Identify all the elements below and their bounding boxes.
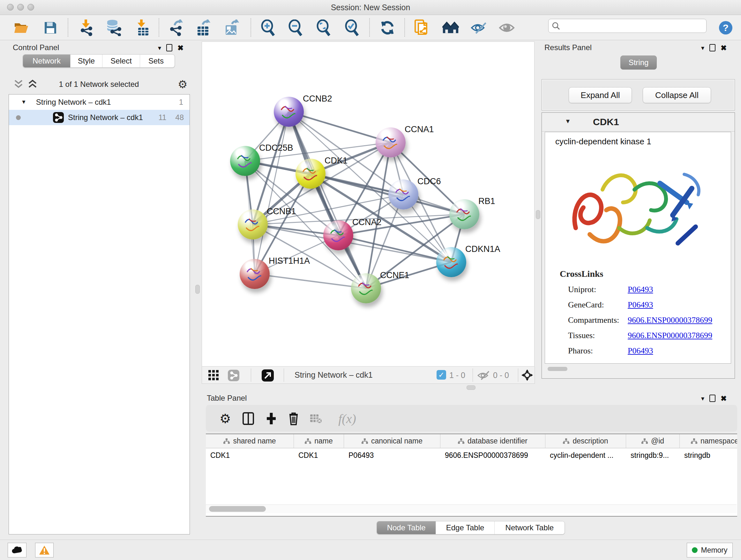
tab-style[interactable]: Style	[70, 55, 102, 67]
column-header-canonical-name[interactable]: canonical name	[344, 434, 441, 448]
network-collection-row[interactable]: ▼ String Network – cdk1 1	[9, 95, 190, 110]
table-cell[interactable]: CDK1	[294, 449, 344, 462]
network-options-gear-icon[interactable]: ⚙	[178, 78, 187, 91]
panel-close-button[interactable]: ✖	[721, 45, 727, 51]
column-header--id[interactable]: @id	[626, 434, 680, 448]
toggle-bird-view-button[interactable]	[498, 19, 515, 36]
network-row[interactable]: String Network – cdk1 11 48	[9, 110, 190, 125]
tab-string[interactable]: String	[620, 56, 657, 70]
warnings-button[interactable]	[35, 543, 54, 557]
entry-expander-icon[interactable]: ▼	[565, 118, 571, 125]
hidden-eye-slash-icon[interactable]	[477, 371, 490, 380]
node-label-hist1h1a: HIST1H1A	[269, 256, 310, 266]
network-node-cdc25b[interactable]	[230, 146, 260, 176]
network-node-rb1[interactable]	[449, 199, 479, 229]
table-options-gear-icon[interactable]: ⚙	[218, 411, 232, 426]
table-horizontal-scrollbar[interactable]	[206, 504, 737, 513]
table-cell[interactable]: CDK1	[206, 449, 294, 462]
results-horizontal-scrollbar[interactable]	[548, 367, 567, 371]
zoom-fit-content-button[interactable]	[315, 19, 332, 36]
protein-thumbnail-icon	[323, 220, 353, 250]
column-header-description[interactable]: description	[545, 434, 626, 448]
tab-node-table[interactable]: Node Table	[377, 521, 435, 534]
tab-select[interactable]: Select	[102, 55, 140, 67]
window-title: Session: New Session	[0, 3, 741, 12]
left-splitter-handle[interactable]	[195, 285, 200, 294]
network-node-ccna2[interactable]	[323, 220, 353, 250]
save-session-button[interactable]	[42, 19, 59, 36]
collection-network-count: 1	[179, 98, 183, 107]
table-cell[interactable]: cyclin-dependent ...	[545, 449, 626, 462]
cloud-status-button[interactable]	[8, 543, 26, 557]
panel-float-button[interactable]	[166, 44, 172, 51]
column-header-namespace[interactable]: namespace	[680, 434, 737, 448]
crosslink-link[interactable]: 9606.ENSP00000378699	[628, 315, 712, 325]
network-node-ccnb1[interactable]	[238, 209, 268, 240]
network-canvas[interactable]: CCNB2CCNA1CDC25BCDK1CDC6RB1CCNB1CCNA2CDK…	[202, 42, 535, 367]
column-header-shared-name[interactable]: shared name	[206, 434, 294, 448]
table-cell[interactable]: stringdb	[680, 449, 737, 462]
import-network-database-button[interactable]	[105, 19, 122, 36]
scrollbar-thumb[interactable]	[209, 506, 266, 512]
import-network-file-button[interactable]	[78, 19, 95, 36]
export-table-button[interactable]	[195, 19, 212, 36]
crosslink-link[interactable]: P06493	[628, 346, 653, 356]
right-splitter-handle[interactable]	[536, 210, 540, 219]
add-column-icon[interactable]	[264, 411, 279, 426]
column-header-name[interactable]: name	[294, 434, 344, 448]
tab-network-table[interactable]: Network Table	[494, 521, 564, 534]
tab-sets[interactable]: Sets	[140, 55, 172, 67]
crosslink-link[interactable]: 9606.ENSP00000378699	[628, 331, 712, 340]
panel-float-button[interactable]	[710, 395, 716, 402]
panel-menu-button[interactable]: ▾	[158, 45, 161, 51]
network-node-cdc6[interactable]	[388, 179, 418, 209]
panel-close-button[interactable]: ✖	[721, 395, 727, 401]
selected-count-checkbox-icon[interactable]: ✓	[436, 370, 446, 380]
table-cell[interactable]: stringdb:9...	[626, 449, 680, 462]
delete-table-icon[interactable]	[309, 411, 323, 426]
table-cell[interactable]: P06493	[344, 449, 441, 462]
bottom-splitter-handle[interactable]	[467, 385, 475, 390]
network-node-hist1h1a[interactable]	[240, 259, 270, 289]
show-columns-icon[interactable]	[241, 411, 256, 426]
copy-network-button[interactable]	[414, 19, 430, 36]
open-window-icon[interactable]	[261, 369, 274, 382]
network-share-icon[interactable]	[227, 369, 240, 381]
memory-button[interactable]: Memory	[687, 543, 733, 557]
entry-header[interactable]: ▼ CDK1	[542, 113, 735, 132]
export-image-button[interactable]	[223, 19, 240, 36]
crosshair-icon[interactable]	[521, 369, 533, 381]
column-header-database-identifier[interactable]: database identifier	[441, 434, 545, 448]
collapse-all-button[interactable]: Collapse All	[643, 87, 711, 103]
panel-menu-button[interactable]: ▾	[701, 395, 704, 401]
open-session-button[interactable]	[13, 19, 30, 36]
delete-column-trash-icon[interactable]	[286, 411, 301, 426]
refresh-view-button[interactable]	[379, 19, 396, 36]
expand-all-button[interactable]: Expand All	[569, 87, 632, 103]
tab-edge-table[interactable]: Edge Table	[435, 521, 494, 534]
network-node-ccna1[interactable]	[376, 127, 406, 158]
show-home-button[interactable]	[442, 19, 459, 36]
panel-close-button[interactable]: ✖	[178, 45, 184, 51]
help-button[interactable]: ?	[718, 19, 734, 36]
show-hide-graphics-details-button[interactable]	[470, 19, 487, 36]
crosslink-link[interactable]: P06493	[628, 285, 653, 294]
table-cell[interactable]: 9606.ENSP00000378699	[441, 449, 545, 462]
tab-network[interactable]: Network	[23, 55, 70, 67]
zoom-out-button[interactable]	[287, 19, 304, 36]
grid-view-icon[interactable]	[208, 370, 219, 381]
search-input[interactable]	[560, 21, 695, 30]
network-node-cdk1[interactable]	[295, 159, 326, 189]
network-node-ccnb2[interactable]	[274, 97, 304, 127]
crosslink-link[interactable]: P06493	[628, 300, 653, 310]
panel-float-button[interactable]	[710, 44, 716, 51]
panel-menu-button[interactable]: ▾	[701, 45, 704, 51]
collection-expander-icon[interactable]: ▼	[21, 99, 26, 105]
zoom-selected-button[interactable]	[344, 19, 360, 36]
network-node-ccne1[interactable]	[351, 273, 381, 303]
import-table-file-button[interactable]	[134, 19, 151, 36]
function-builder-icon[interactable]: f(x)	[333, 411, 361, 426]
export-network-button[interactable]	[167, 19, 184, 36]
zoom-in-button[interactable]	[260, 19, 276, 36]
network-node-cdkn1a[interactable]	[436, 247, 466, 277]
